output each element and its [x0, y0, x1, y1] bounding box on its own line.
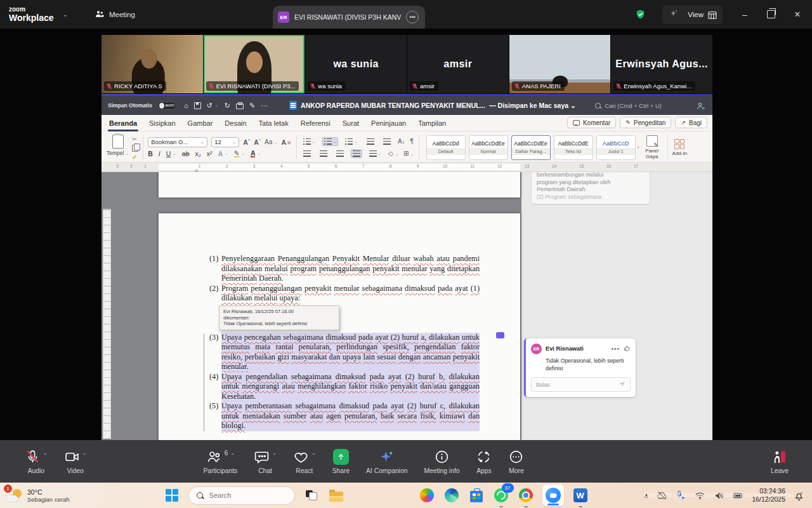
edge-icon[interactable] — [443, 487, 460, 504]
notifications-bell-icon[interactable]: z — [794, 490, 804, 501]
whatsapp-icon[interactable]: 37 — [493, 487, 509, 504]
chevron-up-icon[interactable]: ⌃ — [230, 453, 235, 458]
horizontal-ruler[interactable]: 321 1234567891011121314151617 — [102, 163, 712, 172]
menu-tab[interactable]: Sisipkan — [149, 119, 176, 127]
menu-tab[interactable]: Beranda — [109, 119, 137, 127]
close-button[interactable]: × — [792, 9, 803, 20]
tray-expand-icon[interactable]: ∧ — [644, 492, 648, 499]
chevron-up-icon[interactable]: ⌃ — [43, 453, 48, 458]
style-card[interactable]: AaBbCcDd Default — [426, 135, 466, 160]
font-name-select[interactable]: Bookman O...⌄ — [148, 137, 207, 147]
change-case-icon[interactable]: Aa ⌄ — [265, 138, 277, 145]
numbered-list-button[interactable]: ⌄ — [322, 137, 338, 146]
bullet-list-button[interactable]: ⌄ — [301, 137, 317, 146]
share-doc-button[interactable]: ↗ Bagi — [675, 117, 707, 128]
participant-tile[interactable]: ANAS PAJERI — [509, 35, 611, 93]
redo-icon[interactable]: ↻ — [225, 102, 230, 110]
font-color-button[interactable]: A — [251, 150, 256, 158]
toolbar-item[interactable]: ⌃ Video — [56, 449, 95, 474]
highlight-button[interactable]: ✎ — [234, 150, 240, 158]
chevron-up-icon[interactable]: ⌃ — [82, 453, 87, 458]
style-card[interactable]: AaBbCcDdEe Daftar Parag... — [511, 135, 551, 160]
style-card[interactable]: AaBbCcDdEe Normal — [469, 135, 508, 160]
send-reply-icon[interactable] — [619, 380, 625, 389]
tab-shared-document[interactable]: ER EVI RISNAWATI (DIVISI P3H KANV ••• — [273, 6, 425, 29]
document-canvas[interactable]: (1) Penyelenggaraan Penanggulangan Penya… — [102, 172, 712, 440]
shading-icon[interactable]: ◇ ⌄ — [388, 150, 398, 157]
menu-tab[interactable]: Gambar — [188, 119, 213, 127]
toolbar-item[interactable]: ⌃ AI Companion — [358, 449, 416, 474]
text-effects-button[interactable]: A — [218, 150, 223, 157]
menu-tab[interactable]: Peninjauan — [371, 119, 406, 127]
menu-tab[interactable]: Tata letak — [259, 119, 289, 127]
chevron-up-icon[interactable]: ⌃ — [311, 453, 316, 458]
bold-button[interactable]: B — [148, 150, 153, 157]
underline-button[interactable]: U — [166, 150, 171, 157]
search-input[interactable] — [208, 491, 280, 500]
print-icon[interactable] — [236, 104, 244, 109]
superscript-button[interactable]: x² — [207, 150, 213, 157]
multilevel-list-button[interactable]: ⌄ — [343, 137, 359, 146]
toolbar-item[interactable]: ⌃ Leave — [763, 449, 797, 474]
copy-icon[interactable] — [132, 145, 138, 152]
previous-comment-card[interactable]: berkesinambungan melaluiprogram yang dit… — [532, 172, 650, 204]
strikethrough-button[interactable]: ab — [182, 150, 190, 157]
view-button[interactable]: View — [688, 10, 716, 19]
styles-expand-icon[interactable]: › — [638, 144, 639, 150]
ai-sparkle-icon[interactable] — [669, 8, 679, 21]
menu-tab[interactable]: Referensi — [301, 119, 331, 127]
volume-icon[interactable] — [714, 490, 724, 501]
font-size-select[interactable]: 12⌄ — [211, 137, 239, 147]
style-card[interactable]: AaBbCcD Judul 1 — [596, 135, 636, 160]
edit-doc-icon[interactable]: ✎ — [249, 102, 255, 110]
security-shield-icon[interactable] — [635, 9, 646, 20]
paste-button[interactable]: Tempel ⌄ — [107, 134, 129, 156]
more-commands-icon[interactable]: ⋯ — [261, 102, 268, 110]
style-panel-button[interactable]: Panel Gaya — [641, 134, 663, 161]
style-card[interactable]: AaBbCcDdE Teks Isi — [554, 135, 593, 160]
chevron-up-icon[interactable]: ⌃ — [272, 453, 277, 458]
menu-tab[interactable]: Surat — [343, 119, 359, 127]
shrink-font-icon[interactable]: Aˇ — [254, 138, 261, 146]
editing-mode-button[interactable]: ✎ Pengeditan — [620, 117, 671, 128]
toolbar-item[interactable]: ⌃ Meeting info — [416, 449, 468, 474]
comment-more-icon[interactable]: ••• — [611, 345, 620, 352]
sort-icon[interactable]: A↓ — [398, 138, 405, 145]
tab-meeting[interactable]: Meeting — [95, 9, 135, 20]
workspace-chevron-icon[interactable]: ⌄ — [63, 11, 68, 18]
align-center-icon[interactable] — [318, 149, 329, 158]
increase-indent-icon[interactable] — [381, 137, 393, 146]
saved-location[interactable]: — Disimpan ke Mac saya ⌄ — [489, 102, 576, 109]
indent-marker[interactable] — [194, 166, 199, 172]
thumbs-up-icon[interactable] — [624, 343, 631, 354]
toolbar-item[interactable]: ⌃ More — [500, 449, 532, 474]
onedrive-paused-icon[interactable] — [657, 490, 667, 501]
home-icon[interactable]: ⌂ — [184, 102, 188, 109]
decrease-indent-icon[interactable] — [365, 137, 376, 146]
mic-cursor-icon[interactable] — [676, 490, 686, 501]
toolbar-item[interactable]: ⌃ Chat — [246, 449, 285, 474]
menu-tab[interactable]: Tampilan — [418, 119, 446, 127]
task-view-button[interactable] — [303, 487, 320, 504]
italic-button[interactable]: I — [159, 150, 160, 157]
participant-tile[interactable]: Erwinsyah Agus... Erwinsyah Agus_Kanwi..… — [611, 35, 712, 93]
weather-widget[interactable]: 1 30°C Sebagian cerah — [6, 488, 70, 503]
save-icon[interactable] — [194, 102, 201, 109]
comment-card[interactable]: ER Evi Risnawati ••• Tidak Operasional, … — [524, 338, 636, 397]
comments-button[interactable]: Komentar — [567, 117, 616, 128]
menu-tab[interactable]: Desain — [225, 119, 246, 127]
microsoft-store-icon[interactable] — [468, 487, 485, 504]
battery-icon[interactable] — [733, 490, 743, 501]
participant-tile[interactable]: RICKY ADITIYA S — [102, 35, 203, 93]
zoom-app-icon[interactable] — [542, 485, 564, 506]
addin-button[interactable]: Add-In — [672, 134, 688, 161]
participant-tile[interactable]: amsir amsir — [407, 35, 509, 93]
autosave-toggle[interactable]: MATI — [157, 102, 176, 110]
reply-input[interactable]: Balas — [531, 377, 631, 392]
align-left-icon[interactable] — [301, 149, 313, 158]
clock[interactable]: 03:24:36 16/12/2025 — [752, 487, 785, 504]
word-search[interactable]: Cari (Cmd + Ctrl + U) — [595, 102, 662, 109]
comment-anchor-icon[interactable] — [496, 332, 504, 338]
taskbar-search[interactable] — [188, 486, 295, 505]
format-painter-icon[interactable]: ✐ — [132, 154, 138, 161]
